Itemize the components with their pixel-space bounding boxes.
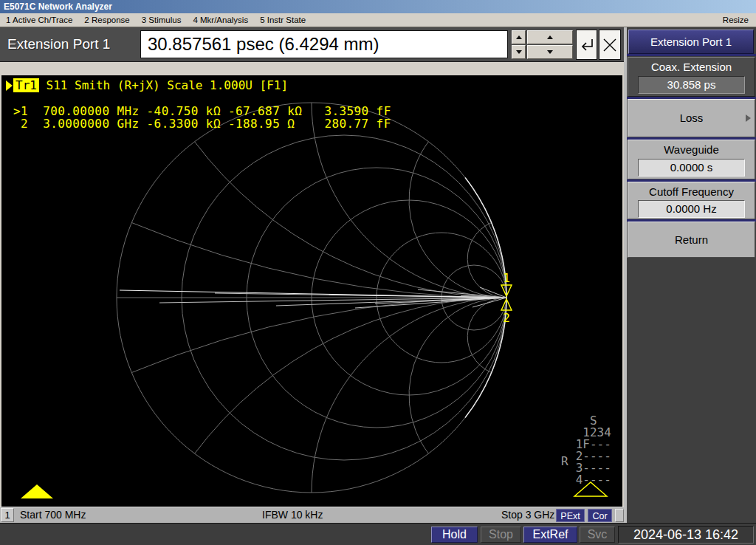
trace-header: Tr1 S11 Smith (R+jX) Scale 1.000U [F1] <box>6 78 288 92</box>
instrument-screen: E5071C Network Analyzer 1 Active Ch/Trac… <box>0 0 756 545</box>
menu-mkr-analysis[interactable]: 4 Mkr/Analysis <box>187 16 254 24</box>
marker-readout-table: >1 700.00000 MHz -40.750 kΩ -67.687 kΩ 3… <box>13 105 391 130</box>
softkey-coax-extension[interactable]: Coax. Extension 30.858 ps <box>628 57 755 97</box>
smith-chart-svg: 12 <box>1 75 622 507</box>
softkey-menu-title: Extension Port 1 <box>628 30 754 54</box>
smith-chart-plot-area: 12 Tr1 S11 Smith (R+jX) Scale 1.000U [F1… <box>1 75 622 507</box>
trace-format-text: S11 Smith (R+jX) Scale 1.000U [F1] <box>39 78 288 92</box>
sweep-indicators <box>21 482 607 498</box>
status-extref: ExtRef <box>523 527 577 543</box>
datetime-display: 2024-06-13 16:42 <box>618 526 754 544</box>
menu-active-ch-trace[interactable]: 1 Active Ch/Trace <box>0 16 78 24</box>
up-arrow-icon <box>547 35 553 39</box>
enter-button[interactable] <box>576 30 597 60</box>
correction-badge: Cor <box>588 509 612 522</box>
softkey-separator <box>627 54 756 56</box>
fine-spinner <box>512 30 526 59</box>
up-arrow-icon <box>516 35 522 39</box>
fine-spin-down-button[interactable] <box>512 45 526 59</box>
trace-name-badge[interactable]: Tr1 <box>13 78 39 92</box>
smith-grid <box>117 103 506 493</box>
coarse-spinner <box>527 30 573 59</box>
ifbw-label: IFBW 10 kHz <box>262 509 323 521</box>
receiver-axis-label: R <box>561 456 568 467</box>
svg-text:2: 2 <box>503 311 510 325</box>
coarse-spin-up-button[interactable] <box>527 30 573 44</box>
instrument-status-bar: Hold Stop ExtRef Svc 2024-06-13 16:42 <box>0 523 756 545</box>
down-arrow-icon <box>547 50 553 54</box>
start-frequency-label: Start 700 MHz <box>20 509 86 521</box>
stop-frequency-label: Stop 3 GHz <box>501 509 554 521</box>
status-hold: Hold <box>431 527 478 543</box>
close-icon <box>602 37 618 53</box>
status-svc: Svc <box>580 527 615 543</box>
softkey-waveguide[interactable]: Waveguide 0.0000 s <box>628 140 755 179</box>
sparameter-status-matrix: R S 1234 1F--- 2---- 3---- 4---- <box>561 415 611 486</box>
softkey-label: Cutoff Frequency <box>628 185 755 198</box>
menu-stimulus[interactable]: 3 Stimulus <box>136 16 188 24</box>
enter-icon <box>579 37 595 53</box>
submenu-arrow-icon <box>746 114 751 122</box>
extension-value-input[interactable] <box>140 30 508 58</box>
entry-bar: Extension Port 1 <box>0 27 624 62</box>
channel-number-badge: 1 <box>1 508 14 522</box>
softkey-return[interactable]: Return <box>628 222 755 258</box>
cutoff-frequency-value: 0.0000 Hz <box>638 200 745 218</box>
softkey-sidebar: Extension Port 1 Coax. Extension 30.858 … <box>624 27 756 524</box>
marker-row-1: >1 700.00000 MHz -40.750 kΩ -67.687 kΩ 3… <box>13 105 391 117</box>
menu-instr-state[interactable]: 5 Instr State <box>254 16 312 24</box>
softkey-label: Loss <box>680 112 704 124</box>
svg-text:1: 1 <box>503 271 510 285</box>
menu-response[interactable]: 2 Response <box>78 16 135 24</box>
sweep-start-triangle <box>21 484 53 498</box>
menu-bar: 1 Active Ch/Trace 2 Response 3 Stimulus … <box>0 13 756 27</box>
channel-status-bar: 1 Start 700 MHz IFBW 10 kHz Stop 3 GHz P… <box>0 507 624 523</box>
menu-resize[interactable]: Resize <box>717 16 756 24</box>
down-arrow-icon <box>516 50 522 54</box>
window-title: E5071C Network Analyzer <box>4 1 112 12</box>
status-stop: Stop <box>481 527 521 543</box>
entry-field-label: Extension Port 1 <box>7 27 110 61</box>
marker-row-2: 2 3.0000000 GHz -6.3300 kΩ -188.95 Ω 280… <box>13 117 391 130</box>
port-extension-badge: PExt <box>556 509 585 522</box>
coax-extension-value: 30.858 ps <box>638 76 745 94</box>
coarse-spin-down-button[interactable] <box>527 45 573 59</box>
close-entry-button[interactable] <box>599 30 621 60</box>
active-trace-arrow-icon <box>6 80 13 91</box>
softkey-cutoff-frequency[interactable]: Cutoff Frequency 0.0000 Hz <box>628 182 755 219</box>
title-bar: E5071C Network Analyzer <box>0 0 756 13</box>
spare-status-box <box>615 509 624 522</box>
sparameter-matrix-text: S 1234 1F--- 2---- 3---- 4---- <box>568 415 611 486</box>
softkey-loss[interactable]: Loss <box>628 99 755 137</box>
softkey-label: Waveguide <box>628 143 755 156</box>
fine-spin-up-button[interactable] <box>512 30 526 44</box>
softkey-label: Return <box>675 233 708 246</box>
waveguide-value: 0.0000 s <box>638 159 745 176</box>
softkey-label: Coax. Extension <box>628 61 755 73</box>
